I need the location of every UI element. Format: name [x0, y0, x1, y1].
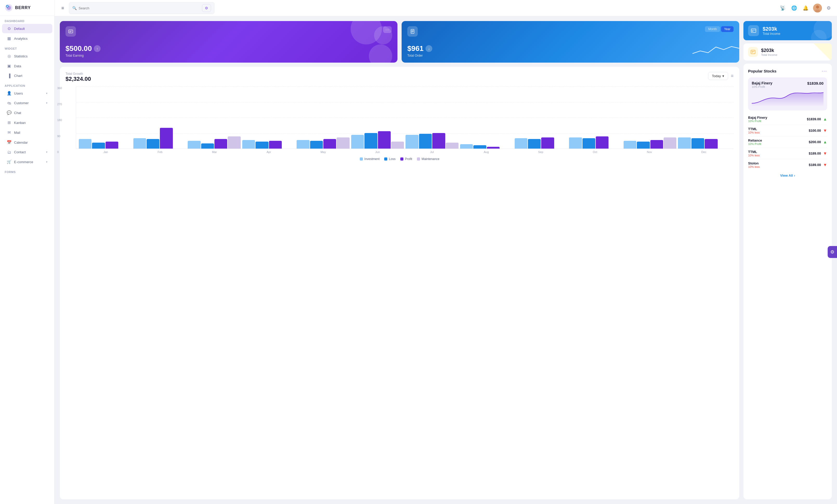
translate-button[interactable]: 🌐	[790, 4, 798, 12]
content-right: $203k Total Income $203k Total Income	[744, 21, 832, 499]
mail-icon: ✉	[7, 130, 12, 135]
stock-list: Bajaj Finery10% Profit$1839.00▲TTML10% l…	[748, 114, 827, 170]
legend-loss: Loss	[384, 157, 395, 161]
analytics-icon: ▦	[7, 36, 12, 41]
bar-investment	[188, 141, 200, 149]
bar-investment	[678, 137, 691, 149]
stock-sub: 10% Profit	[748, 119, 767, 123]
sidebar-item-customer[interactable]: 🛍 Customer ▾	[2, 98, 52, 108]
broadcast-button[interactable]: 📡	[779, 4, 787, 12]
stock-sub: 10% loss	[748, 131, 760, 134]
sidebar-item-users[interactable]: 👤 Users ▾	[2, 89, 52, 98]
chart-legend: Investment Loss Profit Maintenance	[66, 157, 733, 161]
sidebar-label-customer: Customer	[14, 101, 43, 105]
svg-rect-19	[752, 52, 753, 53]
order-card-top: Month Year	[407, 26, 733, 37]
sidebar-item-ecommerce[interactable]: 🛒 E-commerce ▾	[2, 157, 52, 167]
svg-rect-7	[69, 30, 73, 33]
sidebar-item-statistics[interactable]: ◎ Statistics	[2, 52, 52, 61]
bar-group	[624, 137, 677, 149]
stock-right: $1839.00▲	[807, 117, 827, 122]
sidebar-item-mail[interactable]: ✉ Mail	[2, 128, 52, 137]
sidebar-item-kanban[interactable]: ⊞ Kanban	[2, 118, 52, 127]
bar-investment	[351, 135, 364, 149]
today-button[interactable]: Today ▾	[708, 72, 728, 80]
avatar[interactable]	[813, 4, 822, 13]
sidebar-label-kanban: Kanban	[14, 121, 48, 125]
bar-investment	[297, 140, 309, 149]
view-all-button[interactable]: View All ›	[748, 173, 827, 178]
avatar-icon	[813, 4, 822, 13]
sidebar-item-chat[interactable]: 💬 Chat	[2, 108, 52, 117]
bar-loss	[201, 144, 214, 149]
bar-loss	[691, 138, 704, 149]
stocks-more-button[interactable]: ···	[822, 68, 827, 74]
sidebar-label-chat: Chat	[14, 111, 48, 115]
svg-rect-11	[411, 31, 413, 31]
bar-group	[351, 131, 404, 149]
bar-profit	[378, 131, 391, 149]
stock-price: $1839.00	[807, 117, 821, 121]
bar-profit	[651, 140, 663, 149]
svg-rect-8	[69, 31, 72, 32]
sidebar-item-data[interactable]: ▣ Data	[2, 61, 52, 71]
growth-chart-card: Total Growth $2,324.00 Today ▾ ≡ 360	[60, 67, 739, 499]
stock-right: $100.00▼	[809, 128, 827, 133]
chevron-down-icon: ▾	[723, 74, 724, 78]
bar-group	[242, 140, 295, 149]
stock-list-item: TTML10% loss$189.00▼	[748, 148, 827, 159]
content-left: ··· $500.00 ↑ Total Earning	[60, 21, 739, 499]
order-icon	[410, 29, 415, 34]
earning-icon	[68, 29, 73, 34]
chart-menu-button[interactable]: ≡	[731, 73, 733, 79]
stock-arrow-up-icon: ▲	[823, 117, 827, 122]
bar-profit	[214, 139, 227, 149]
stock-arrow-down-icon: ▼	[823, 128, 827, 133]
stock-name: TTML	[748, 150, 760, 154]
hamburger-button[interactable]: ≡	[60, 4, 66, 13]
total-order-card: Month Year $961 ↓ Total Order	[402, 21, 739, 62]
bar-profit	[160, 128, 173, 149]
bar-loss	[147, 139, 159, 149]
income-white-amount: $203k	[761, 48, 777, 53]
svg-rect-9	[69, 32, 71, 32]
bar-group	[406, 133, 459, 149]
bar-profit	[106, 142, 118, 149]
stock-name: Stolon	[748, 161, 760, 165]
stock-price: $189.00	[809, 163, 821, 167]
month-toggle-button[interactable]: Month	[705, 26, 720, 32]
notification-button[interactable]: 🔔	[802, 4, 809, 12]
content-area: ··· $500.00 ↑ Total Earning	[55, 16, 837, 504]
topbar-settings-button[interactable]: ⚙	[825, 4, 832, 12]
stock-arrow-down-icon: ▼	[823, 151, 827, 156]
bar-group	[133, 128, 186, 149]
sidebar-item-default[interactable]: ⊙ Default	[2, 24, 52, 33]
cards-row: ··· $500.00 ↑ Total Earning	[60, 21, 739, 62]
bar-group	[297, 137, 350, 149]
bar-loss	[637, 142, 649, 149]
sidebar-item-analytics[interactable]: ▦ Analytics	[2, 34, 52, 43]
year-toggle-button[interactable]: Year	[721, 26, 733, 32]
bar-group	[569, 136, 622, 149]
sidebar-item-contact[interactable]: 🗂 Contact ▾	[2, 148, 52, 157]
bar-investment	[79, 139, 91, 149]
chart-x-labels: JanFebMarAprMayJunJulAugSepOctNovDec	[76, 149, 733, 153]
card-top: ···	[66, 26, 392, 37]
stock-list-item: Reliance10% Profit$200.00▲	[748, 136, 827, 148]
floating-settings-button[interactable]: ⚙	[827, 246, 837, 258]
sidebar-item-chart[interactable]: ▐ Chart	[2, 71, 52, 80]
total-order-amount: $961 ↓	[407, 44, 733, 53]
bar-group	[460, 144, 513, 149]
svg-rect-13	[411, 32, 413, 33]
bar-loss	[255, 142, 268, 149]
stock-sub: 10% loss	[748, 154, 760, 157]
income-card-icon	[748, 25, 759, 36]
sidebar-item-calendar[interactable]: 📅 Calendar	[2, 138, 52, 147]
svg-point-3	[7, 6, 8, 7]
card-icon-order	[407, 26, 418, 37]
search-input[interactable]	[79, 6, 200, 10]
filter-button[interactable]: ⚙	[202, 4, 211, 12]
bar-profit	[596, 136, 608, 149]
deco-triangle	[814, 43, 832, 60]
sidebar-label-default: Default	[14, 27, 48, 31]
